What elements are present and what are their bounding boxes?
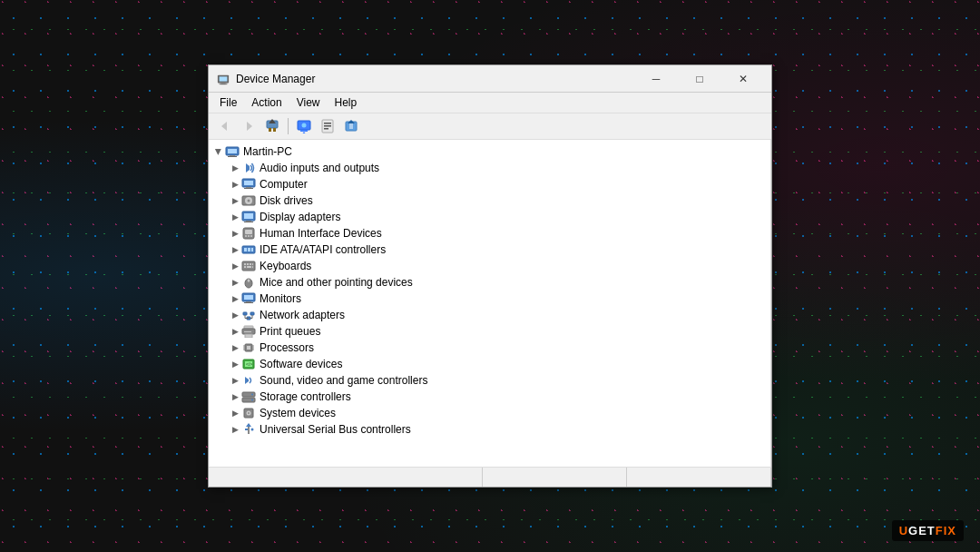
svg-point-84 [251, 394, 253, 396]
label-storage: Storage controllers [260, 390, 351, 403]
svg-rect-72 [247, 346, 250, 350]
tree-item-display[interactable]: ▶ Display adapters [209, 209, 770, 225]
toolbar [209, 113, 771, 140]
tree-item-computer[interactable]: ▶ Computer [209, 176, 770, 192]
svg-rect-52 [252, 266, 253, 268]
icon-print [241, 324, 256, 339]
tree-item-storage[interactable]: ▶ Storage controllers [209, 389, 770, 405]
svg-rect-91 [245, 429, 248, 430]
icon-network [241, 308, 256, 322]
arrow-print: ▶ [229, 327, 241, 336]
tree-item-network[interactable]: ▶ Network adapters [209, 307, 770, 323]
arrow-audio: ▶ [229, 163, 241, 172]
label-computer: Computer [260, 178, 308, 191]
tree-item-audio[interactable]: ▶ Audio inputs and outputs [209, 160, 770, 176]
menu-view[interactable]: View [289, 94, 328, 111]
svg-text:</>: </> [246, 361, 252, 367]
svg-rect-37 [245, 230, 252, 234]
svg-rect-8 [273, 128, 276, 132]
svg-rect-42 [244, 248, 247, 251]
svg-point-55 [248, 280, 250, 281]
root-label: Martin-PC [243, 145, 292, 158]
update-driver-button[interactable] [340, 116, 362, 136]
status-segment-1 [209, 468, 483, 487]
arrow-hid: ▶ [229, 229, 241, 238]
tree-item-usb[interactable]: ▶ Universal Serial Bus controllers [209, 421, 770, 438]
svg-point-11 [302, 123, 307, 128]
svg-rect-15 [324, 123, 331, 124]
close-button[interactable]: ✕ [722, 65, 764, 93]
watermark: UGETFIX [892, 520, 964, 541]
tree-item-mice[interactable]: ▶ Mice and other pointing devices [209, 274, 770, 291]
tree-item-hid[interactable]: ▶ Human Interface Devices [209, 225, 770, 242]
arrow-software: ▶ [229, 360, 241, 369]
device-manager-window: Device Manager ─ □ ✕ File Action View He… [208, 64, 772, 488]
watermark-fix: FIX [936, 524, 956, 537]
svg-rect-33 [244, 213, 253, 219]
svg-point-31 [248, 200, 250, 202]
label-software: Software devices [260, 358, 342, 370]
minimize-button[interactable]: ─ [635, 65, 677, 93]
svg-rect-24 [228, 156, 237, 157]
svg-rect-43 [248, 248, 250, 251]
svg-point-40 [250, 235, 252, 237]
tree-item-disk[interactable]: ▶ Disk drives [209, 192, 770, 209]
svg-marker-4 [221, 122, 227, 131]
svg-point-88 [248, 412, 250, 414]
maximize-button[interactable]: □ [679, 65, 720, 93]
icon-keyboards [241, 259, 256, 273]
root-arrow: ▶ [214, 145, 223, 158]
menu-action[interactable]: Action [244, 94, 289, 111]
label-sound: Sound, video and game controllers [260, 374, 427, 387]
show-hidden-button[interactable] [293, 116, 315, 136]
back-button[interactable] [214, 116, 236, 136]
arrow-system: ▶ [229, 409, 241, 418]
svg-rect-47 [247, 263, 249, 265]
tree-item-print[interactable]: ▶ Print queues [209, 323, 770, 340]
svg-point-92 [251, 429, 254, 431]
svg-rect-22 [228, 149, 237, 153]
svg-point-85 [251, 399, 253, 401]
tree-item-ide[interactable]: ▶ IDE ATA/ATAPI controllers [209, 242, 770, 258]
icon-disk [241, 193, 256, 208]
svg-rect-60 [243, 312, 247, 315]
svg-rect-34 [246, 221, 251, 222]
tree-item-keyboards[interactable]: ▶ Keyboards [209, 258, 770, 274]
label-processors: Processors [260, 341, 314, 354]
tree-item-processors[interactable]: ▶ Processors [209, 340, 770, 356]
status-bar [209, 467, 771, 487]
tree-item-sound[interactable]: ▶ Sound, video and game controllers [209, 372, 770, 389]
tree-item-software[interactable]: ▶ </> Software devices [209, 356, 770, 372]
content-area: ▶ Martin-PC ▶ Audio inputs and ou [209, 140, 771, 467]
toolbar-sep-1 [288, 118, 289, 134]
icon-hid [241, 226, 256, 241]
tree-item-monitors[interactable]: ▶ Monitors [209, 291, 770, 307]
window-controls: ─ □ ✕ [635, 65, 764, 93]
properties-button[interactable] [317, 116, 338, 136]
arrow-storage: ▶ [229, 392, 241, 401]
svg-rect-51 [247, 266, 251, 268]
tree-panel[interactable]: ▶ Martin-PC ▶ Audio inputs and ou [209, 140, 771, 467]
svg-rect-44 [251, 248, 253, 251]
svg-marker-90 [246, 423, 251, 427]
arrow-sound: ▶ [229, 376, 241, 385]
menu-bar: File Action View Help [209, 93, 771, 113]
menu-file[interactable]: File [212, 94, 244, 111]
tree-item-system[interactable]: ▶ System devices [209, 405, 770, 421]
arrow-disk: ▶ [229, 196, 241, 205]
arrow-computer: ▶ [229, 180, 241, 189]
svg-marker-5 [247, 122, 252, 131]
svg-point-38 [245, 235, 247, 237]
up-button[interactable] [261, 116, 283, 136]
label-hid: Human Interface Devices [260, 227, 382, 240]
label-monitors: Monitors [260, 292, 301, 305]
arrow-keyboards: ▶ [229, 261, 241, 271]
tree-root[interactable]: ▶ Martin-PC [209, 143, 770, 160]
arrow-monitors: ▶ [229, 294, 241, 303]
label-keyboards: Keyboards [260, 260, 311, 272]
forward-button[interactable] [238, 116, 260, 136]
menu-help[interactable]: Help [328, 94, 365, 111]
svg-rect-69 [244, 331, 251, 332]
icon-software: </> [241, 357, 256, 371]
arrow-display: ▶ [229, 212, 241, 222]
